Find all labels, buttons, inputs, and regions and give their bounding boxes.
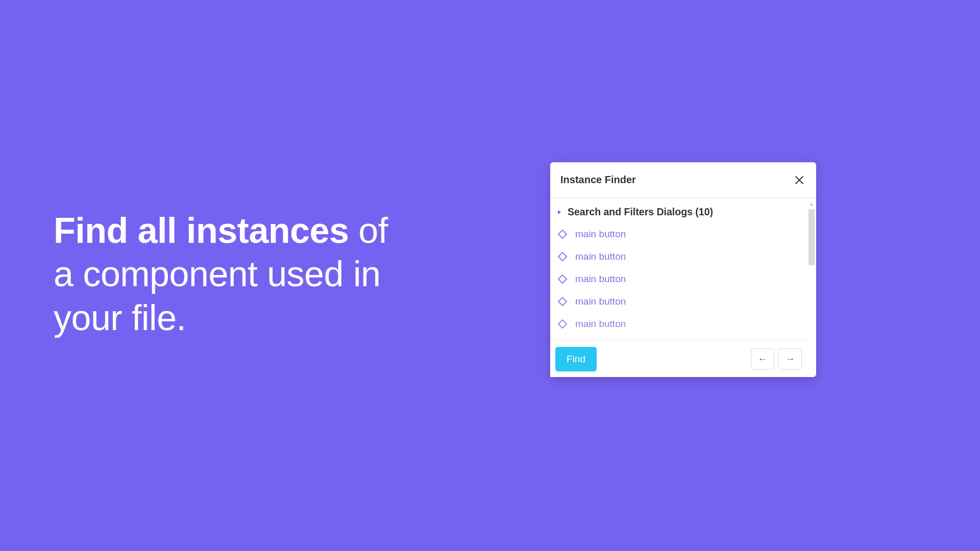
arrow-right-icon: → [785,353,795,365]
caret-right-icon [557,210,561,215]
instance-label: main button [575,296,626,307]
component-instance-icon [558,297,567,306]
instance-row[interactable]: main button [550,313,807,335]
scrollbar[interactable]: ▴ ▾ [808,200,815,377]
component-instance-icon [558,230,567,239]
panel-footer: Find ← → [550,340,807,377]
component-instance-icon [558,319,567,329]
arrow-left-icon: ← [757,353,768,365]
hero-rest1: of [349,211,387,251]
instance-row[interactable]: main button [550,223,807,245]
instance-row[interactable]: main button [550,268,807,290]
nav-buttons: ← → [751,348,802,370]
instance-finder-panel: Instance Finder Search and Filters Dialo… [550,162,816,377]
instance-label: main button [575,251,626,262]
prev-button[interactable]: ← [751,348,774,370]
component-instance-icon [558,274,567,284]
instance-label: main button [575,273,626,285]
panel-title: Instance Finder [560,174,636,186]
result-group-row[interactable]: Search and Filters Dialogs (10) [550,202,807,223]
hero-line2: a component used in [54,254,380,294]
instance-label: main button [575,318,626,330]
group-label: Search and Filters Dialogs (10) [568,206,713,218]
close-icon [794,175,804,185]
instance-label: main button [575,229,626,240]
hero-line3: your file. [54,298,186,338]
next-button[interactable]: → [778,348,802,370]
panel-body: Search and Filters Dialogs (10) main but… [550,198,816,377]
instance-row[interactable]: main button [550,245,807,268]
scrollbar-thumb[interactable] [808,209,815,265]
hero-bold: Find all instances [54,211,349,251]
scrollbar-up-icon[interactable]: ▴ [808,200,815,207]
component-instance-icon [558,252,567,261]
instance-row[interactable]: main button [550,290,807,313]
hero-heading: Find all instances of a component used i… [54,209,388,340]
find-button[interactable]: Find [555,347,597,371]
close-button[interactable] [793,173,806,187]
panel-header: Instance Finder [550,162,816,198]
